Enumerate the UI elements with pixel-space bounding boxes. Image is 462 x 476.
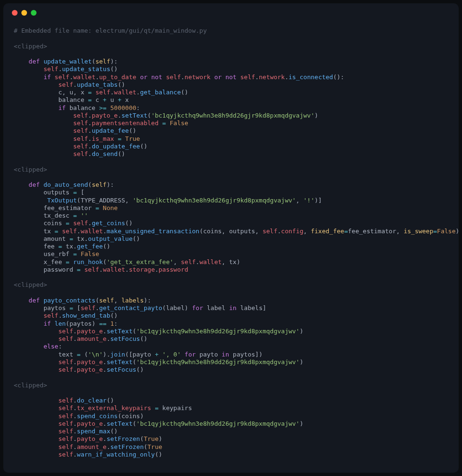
clipped-marker: <clipped> <box>14 166 47 173</box>
keyword: else <box>44 343 58 350</box>
ident: keypairs <box>162 404 192 412</box>
keyword: in <box>229 304 237 311</box>
prop: network <box>259 73 285 81</box>
keyword: if <box>58 104 66 111</box>
ident: coins <box>121 412 140 420</box>
ident: password <box>44 266 74 273</box>
ident: coins <box>203 228 222 235</box>
ident: fee_estimator <box>44 204 92 211</box>
prop: amount_e <box>77 335 107 342</box>
clipped-marker: <clipped> <box>14 43 47 50</box>
method: setText <box>107 358 133 366</box>
string: 'bc1qyjkcthq9whn3e8h9dd26gjr9kd8pxmqdgva… <box>136 328 299 335</box>
ident: tx_desc <box>44 212 70 219</box>
self: self <box>58 451 73 458</box>
ident: balance <box>69 104 95 111</box>
func-name: do_auto_send <box>44 181 88 188</box>
method: setText <box>107 420 133 427</box>
method: update_fee <box>92 127 129 134</box>
self: self <box>58 412 73 420</box>
self: self <box>81 304 95 311</box>
method: update_tabs <box>77 81 118 88</box>
self: self <box>181 258 195 265</box>
prop: payto_e <box>92 112 118 119</box>
string: 'get_tx_extra_fee' <box>107 258 174 265</box>
ident: c <box>95 96 99 103</box>
prop: payto_e <box>77 366 103 373</box>
ident: amount <box>44 235 66 242</box>
ident: paytos <box>233 351 255 358</box>
zoom-icon[interactable] <box>31 10 37 16</box>
self: self <box>58 443 73 450</box>
self: self <box>58 428 73 435</box>
string: 'bc1qyjkcthq9whn3e8h9dd26gjr9kd8pxmqdgva… <box>151 112 314 119</box>
self: self <box>73 127 88 134</box>
self: self <box>73 112 88 119</box>
const: None <box>103 204 118 211</box>
method: setFocus <box>107 366 137 373</box>
prop: wallet <box>199 258 222 265</box>
ident: payto <box>199 351 218 358</box>
code-window: # Embedded file name: electrum/gui/qt/ma… <box>3 3 459 473</box>
method: get_contact_payto <box>99 304 162 311</box>
ident: tx <box>44 228 51 235</box>
bool: True <box>148 443 162 450</box>
self: self <box>262 228 277 235</box>
method: make_unsigned_transaction <box>107 228 200 235</box>
prop: payto_e <box>77 435 103 442</box>
ident: balance <box>58 96 84 103</box>
prop: wallet <box>103 266 125 273</box>
keyword: if <box>44 73 51 81</box>
method: do_update_fee <box>92 143 140 150</box>
ident: label <box>166 304 185 311</box>
prop: is_max <box>92 135 114 142</box>
self: self <box>73 150 88 157</box>
clipped-marker: <clipped> <box>14 382 47 389</box>
ident: paytos <box>69 320 92 327</box>
self: self <box>166 73 181 81</box>
ident: tx <box>66 243 74 250</box>
self: self <box>84 266 99 273</box>
self: self <box>73 220 88 227</box>
self: self <box>44 65 58 73</box>
ident: c <box>58 89 62 96</box>
self: self <box>58 81 73 88</box>
self: self <box>73 135 88 142</box>
prop: wallet <box>114 89 136 96</box>
prop: network <box>185 73 211 81</box>
string: '\n' <box>88 351 103 358</box>
ident: u <box>111 96 114 103</box>
keyword: if <box>44 320 51 327</box>
method: setFocus <box>111 335 140 342</box>
ident: paytos <box>44 304 66 311</box>
self: self <box>58 366 73 373</box>
keyword: def <box>28 181 39 188</box>
self: self <box>55 73 69 81</box>
minimize-icon[interactable] <box>21 10 27 16</box>
ident: x <box>125 96 129 103</box>
method: show_send_tab <box>62 312 111 319</box>
ident: coins <box>44 220 62 227</box>
prop: up_to_date <box>99 73 136 81</box>
keyword: for <box>192 304 203 311</box>
prop: amount_e <box>77 443 107 450</box>
prop: tx_external_keypairs <box>77 404 151 412</box>
string: 'bc1qyjkcthq9whn3e8h9dd26gjr9kd8pxmqdgva… <box>136 358 299 366</box>
ident: payto <box>132 351 151 358</box>
keyword: not <box>151 73 162 81</box>
self: self <box>58 404 73 412</box>
func-name: payto_contacts <box>44 297 96 304</box>
self: self <box>73 143 88 150</box>
prop: wallet <box>73 73 95 81</box>
param: labels <box>121 297 144 304</box>
ident: x_fee <box>44 258 62 265</box>
ident: x <box>81 89 84 96</box>
ident: label <box>207 304 225 311</box>
method: output_value <box>88 235 133 242</box>
keyword: for <box>185 351 195 358</box>
close-icon[interactable] <box>12 10 18 16</box>
bool: True <box>144 435 158 442</box>
method: setText <box>107 328 133 335</box>
ident: labels <box>240 304 263 311</box>
ident: text <box>58 351 73 358</box>
